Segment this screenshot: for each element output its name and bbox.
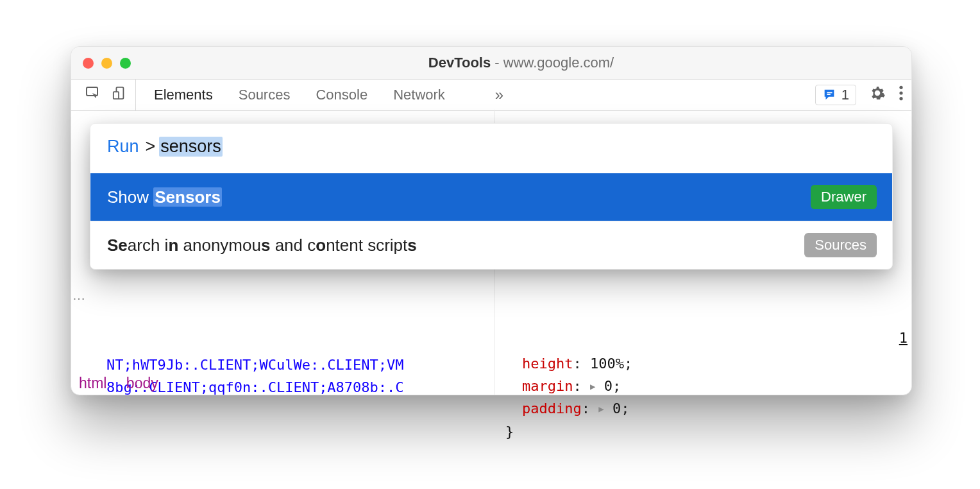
more-tabs-icon[interactable]: »: [495, 86, 503, 104]
svg-point-7: [899, 97, 902, 100]
breadcrumb-html[interactable]: html: [79, 375, 106, 391]
devtools-toolbar: Elements Sources Console Network » 1: [71, 80, 911, 111]
command-menu: Run >sensors Show Sensors Drawer Search …: [90, 123, 893, 270]
window-titlebar: DevTools - www.google.com/: [71, 47, 911, 80]
tab-elements[interactable]: Elements: [154, 87, 213, 103]
close-window-button[interactable]: [83, 58, 94, 69]
command-badge-drawer: Drawer: [811, 185, 877, 209]
command-query[interactable]: sensors: [159, 137, 223, 157]
maximize-window-button[interactable]: [120, 58, 131, 69]
inspect-element-icon[interactable]: [85, 85, 101, 105]
gear-icon[interactable]: [869, 85, 886, 105]
panel-tabs: Elements Sources Console Network »: [154, 86, 503, 104]
kebab-menu-icon[interactable]: [899, 85, 904, 105]
window-traffic-lights: [83, 58, 131, 69]
command-item-search-scripts[interactable]: Search in anonymous and content scripts …: [90, 221, 892, 269]
drag-handle-icon[interactable]: ⋯: [72, 291, 83, 306]
issues-count: 1: [841, 87, 849, 103]
prop-padding[interactable]: padding: [522, 400, 582, 416]
command-item-show-sensors[interactable]: Show Sensors Drawer: [90, 173, 892, 221]
svg-rect-3: [827, 92, 832, 93]
dom-breadcrumbs: html body: [79, 375, 174, 392]
close-brace: }: [505, 420, 632, 443]
prompt-caret: >: [146, 137, 156, 157]
tab-sources[interactable]: Sources: [239, 87, 291, 103]
command-item-label: Search in anonymous and content scripts: [107, 236, 797, 255]
command-badge-sources: Sources: [804, 233, 877, 257]
svg-rect-2: [114, 92, 119, 99]
svg-rect-4: [827, 94, 831, 95]
run-label: Run: [107, 137, 139, 157]
issues-button[interactable]: 1: [815, 85, 856, 105]
window-title: DevTools - www.google.com/: [131, 55, 911, 71]
rule-count-indicator[interactable]: 1: [899, 327, 908, 349]
svg-point-6: [899, 91, 902, 94]
expand-icon[interactable]: ▶: [590, 379, 595, 393]
tab-network[interactable]: Network: [393, 87, 445, 103]
title-url: www.google.com/: [503, 55, 614, 71]
title-prefix: DevTools: [428, 55, 491, 71]
svg-point-5: [899, 86, 902, 89]
prop-margin[interactable]: margin: [522, 378, 573, 394]
command-input-row[interactable]: Run >sensors: [90, 124, 892, 173]
command-item-label: Show Sensors: [107, 187, 803, 207]
tab-console[interactable]: Console: [316, 87, 368, 103]
prop-height[interactable]: height: [522, 356, 573, 372]
minimize-window-button[interactable]: [101, 58, 112, 69]
expand-icon[interactable]: ▶: [598, 402, 604, 416]
device-toolbar-icon[interactable]: [112, 85, 126, 105]
svg-rect-0: [87, 87, 97, 96]
breadcrumb-body[interactable]: body: [126, 375, 158, 391]
